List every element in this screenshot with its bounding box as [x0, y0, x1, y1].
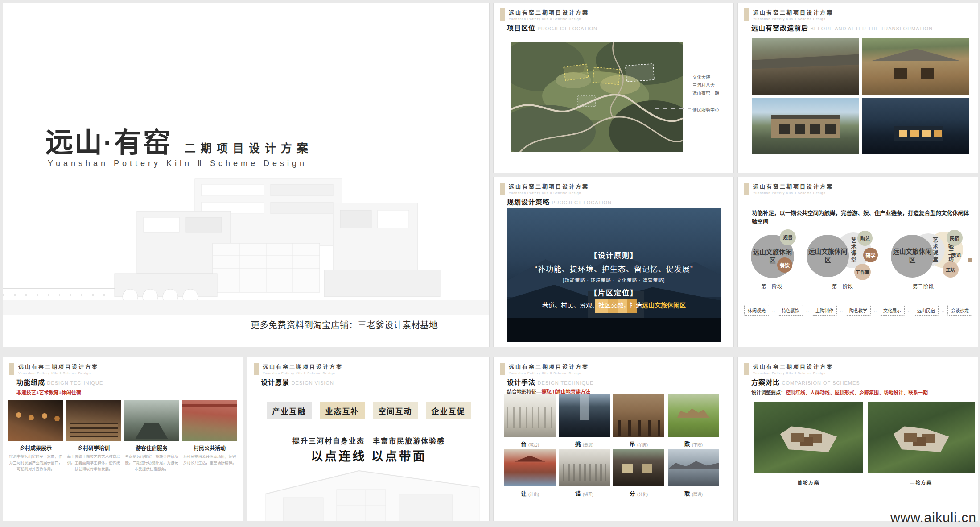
slide-scheme-comparison: 远山有窑二期项目设计方案 Yuanshan Pottery Kiln Ⅱ Sch… — [737, 357, 978, 521]
photo-old-kiln-shed — [752, 38, 859, 95]
bubble-core: 远山文旅休闲区 — [891, 235, 934, 278]
slide-planning-strategy: 远山有窑二期项目设计方案 Yuanshan Pottery Kiln Ⅱ Sch… — [493, 177, 734, 347]
leader-line — [653, 84, 691, 84]
slide-header-subtitle: Yuanshan Pottery Kiln Ⅱ Scheme Design — [753, 372, 833, 375]
slide-header-title: 远山有窑二期项目设计方案 — [509, 363, 589, 370]
photo-divided — [613, 449, 664, 486]
photo-stilt — [613, 394, 664, 437]
slide-header-title: 远山有窑二期项目设计方案 — [263, 363, 343, 370]
arrow-icon: ↔ — [771, 308, 776, 313]
logo-mark — [9, 363, 14, 375]
slide-header-title: 远山有窑二期项目设计方案 — [753, 8, 833, 16]
slide-header-subtitle: Yuanshan Pottery Kiln Ⅱ Scheme Design — [18, 372, 99, 375]
aerial-map — [511, 42, 683, 152]
photo-training — [66, 400, 121, 441]
flow-item: 文化展示 — [880, 305, 905, 316]
section-title: 项目区位 PROCJECT LOCATION — [507, 23, 597, 32]
phases-headline: 功能补足，以一期公共空间为触媒，完善游、娱、住产业链条，打造复合型的文化休闲体验… — [752, 208, 970, 225]
slide-header-subtitle: Yuanshan Pottery Kiln Ⅱ Scheme Design — [753, 191, 833, 195]
vision-buttons: 产业互融 业态互补 空间互动 企业互促 — [247, 402, 490, 419]
section-title: 规划设计策略 PROCJECT LOCATION — [507, 197, 612, 206]
bubble: 工作室 — [854, 264, 871, 280]
slide-header-subtitle: Yuanshan Pottery Kiln Ⅱ Scheme Design — [509, 191, 589, 195]
photo-stepped — [668, 394, 719, 437]
district-position: 巷道、村民、景观、社区交融，打造远山文旅休闲区 — [507, 300, 721, 309]
slide-header-title: 远山有窑二期项目设计方案 — [509, 8, 589, 16]
bubble-core: 远山文旅休闲区 — [807, 235, 849, 277]
photo-connected — [668, 449, 719, 486]
section-title: 设计手法 DESIGN TECHNIQUE — [507, 377, 593, 386]
slide-header-title: 远山有窑二期项目设计方案 — [509, 183, 589, 190]
photo-exhibition — [8, 400, 63, 441]
photo-old-mud-house — [862, 38, 969, 95]
stage-label: 第一阶段 — [761, 282, 782, 290]
function-item: 村民公共活动 为村民提供公共活动场所，复兴乡村公共生活，重塑场所精神。 — [182, 400, 237, 466]
flow-item: 休闲观光 — [744, 305, 769, 316]
slide-header: 远山有窑二期项目设计方案 Yuanshan Pottery Kiln Ⅱ Sch… — [9, 363, 99, 375]
function-item: 乡村研学培训 基于传统土陶技艺的艺术教育培训，主要面向学生群体，使传统技艺得以传… — [66, 400, 121, 472]
vision-building-sketch — [247, 463, 490, 521]
highlight-text: 远山文旅休闲区 — [642, 302, 686, 309]
render-caption: 首轮方案 — [754, 479, 863, 486]
slide-header-subtitle: Yuanshan Pottery Kiln Ⅱ Scheme Design — [263, 372, 343, 375]
bubble: 工坊 — [943, 261, 959, 278]
logo-mark — [744, 8, 749, 21]
section-title: 设计愿景 DESIGN VISION — [261, 377, 334, 386]
flow-item: 陶艺教学 — [846, 305, 871, 316]
slide-header-subtitle: Yuanshan Pottery Kiln Ⅱ Scheme Design — [509, 372, 589, 375]
photo-setback — [504, 449, 556, 486]
map-label: 三河村八舍 — [692, 82, 715, 88]
slide-header-title: 远山有窑二期项目设计方案 — [753, 363, 833, 370]
design-principle-sub: [功能策略 · 环境策略 · 文化策略 · 运营策略] — [507, 277, 721, 283]
map-label: 便民服务中心 — [692, 106, 719, 113]
technique-item: 台 (筑台) — [504, 394, 556, 448]
district-position-title: 【片区定位】 — [507, 287, 721, 298]
slide-header: 远山有窑二期项目设计方案 Yuanshan Pottery Kiln Ⅱ Sch… — [744, 183, 833, 195]
strategy-overlay-text: 【设计原则】 “补功能、提环境、护生态、留记忆、促发展” [功能策略 · 环境策… — [507, 248, 721, 309]
slide-header-subtitle: Yuanshan Pottery Kiln Ⅱ Scheme Design — [753, 17, 833, 21]
cover-building-render — [3, 176, 490, 315]
photo-overhang — [559, 394, 610, 437]
section-subtitle: 非遗技艺+艺术教育+休闲住宿 — [16, 389, 81, 396]
logo-mark — [744, 363, 749, 375]
render-scheme-2 — [868, 402, 975, 473]
cover-footer-note: 更多免费资料到淘宝店铺：三老爹设计素材基地 — [217, 318, 471, 331]
vision-tag: 空间互动 — [373, 402, 418, 419]
slide-design-technique: 远山有窑二期项目设计方案 Yuanshan Pottery Kiln Ⅱ Sch… — [493, 357, 734, 521]
slide-header: 远山有窑二期项目设计方案 Yuanshan Pottery Kiln Ⅱ Sch… — [500, 363, 589, 375]
logo-mark — [744, 183, 749, 195]
site-watermark: www.aikuli.cn — [890, 510, 976, 525]
technique-item: 挑 (悬挑) — [559, 394, 610, 448]
slide-before-after: 远山有窑二期项目设计方案 Yuanshan Pottery Kiln Ⅱ Sch… — [737, 3, 978, 173]
section-title: 方案对比 COMPARISION OF SCHEMES — [751, 377, 860, 386]
vision-tag: 企业互促 — [426, 402, 471, 419]
vision-line2: 以点连线 以点带面 — [247, 447, 490, 464]
logo-mark — [500, 363, 505, 375]
bubble: 民宿 — [947, 230, 963, 246]
slide-design-vision: 远山有窑二期项目设计方案 Yuanshan Pottery Kiln Ⅱ Sch… — [247, 357, 490, 521]
vision-line1: 提升三河村自身业态 丰富市民旅游体验感 — [247, 435, 490, 446]
decoration-square — [968, 258, 972, 262]
cover-subtitle: 二期项目设计方案 — [185, 139, 313, 155]
arrow-icon: ↔ — [805, 308, 810, 313]
slide-cover: 远山·有窑 二期项目设计方案 Yuanshan Pottery Kiln Ⅱ S… — [3, 3, 490, 347]
technique-item: 联 (联通) — [668, 449, 719, 498]
stage-label: 第二阶段 — [832, 282, 853, 290]
arrow-icon: ↔ — [873, 308, 877, 313]
slide-phases-diagram: 远山有窑二期项目设计方案 Yuanshan Pottery Kiln Ⅱ Sch… — [737, 177, 978, 347]
bubble: 研学 — [863, 248, 878, 262]
design-principle-title: 【设计原则】 — [507, 249, 721, 260]
slide-header: 远山有窑二期项目设计方案 Yuanshan Pottery Kiln Ⅱ Sch… — [744, 8, 833, 21]
slide-header-subtitle: Yuanshan Pottery Kiln Ⅱ Scheme Design — [509, 17, 589, 21]
render-scheme-1 — [754, 402, 863, 473]
stage-label: 第三阶段 — [913, 282, 934, 290]
section-title: 功能组成 DESIGN TECHNIQUE — [16, 377, 103, 386]
leader-line — [651, 108, 691, 109]
vision-tag: 业态互补 — [320, 402, 365, 419]
slide-header: 远山有窑二期项目设计方案 Yuanshan Pottery Kiln Ⅱ Sch… — [500, 183, 589, 195]
slide-header: 远山有窑二期项目设计方案 Yuanshan Pottery Kiln Ⅱ Sch… — [254, 363, 343, 375]
technique-item: 错 (错开) — [559, 449, 610, 498]
map-label: 远山有窑一期 — [692, 90, 719, 96]
photo-terrace — [504, 394, 556, 437]
photo-renovated-dusk — [862, 98, 969, 154]
